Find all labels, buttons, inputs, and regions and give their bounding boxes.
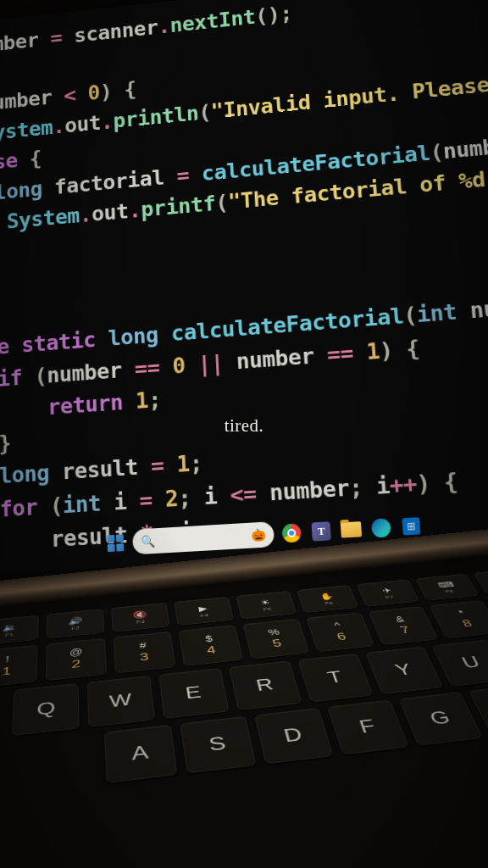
key-5[interactable]: %5: [243, 619, 310, 659]
key-7[interactable]: &7: [369, 606, 439, 645]
windows-icon: [107, 534, 124, 552]
laptop-screen: number = scanner.nextInt(); (number < 0)…: [0, 0, 488, 576]
chrome-icon: [282, 523, 302, 542]
key-6[interactable]: ^6: [306, 612, 374, 652]
key-e[interactable]: E: [158, 668, 229, 719]
taskbar-search[interactable]: 🔍 🎃: [132, 521, 274, 554]
teams-icon: T: [312, 521, 331, 541]
key-s[interactable]: S: [180, 716, 256, 774]
code-editor-content: number = scanner.nextInt(); (number < 0)…: [0, 0, 488, 560]
key-u[interactable]: U: [431, 639, 488, 686]
key-4[interactable]: $4: [179, 625, 243, 666]
key-f7[interactable]: ✈F7: [357, 579, 419, 606]
key-r[interactable]: R: [229, 660, 302, 710]
key-1[interactable]: !1: [0, 645, 38, 688]
key-f5[interactable]: ☀F5: [236, 591, 297, 620]
key-f3[interactable]: 🔇F3: [111, 603, 169, 632]
key-8[interactable]: *8: [430, 600, 488, 638]
key-d[interactable]: D: [254, 708, 334, 764]
key-y[interactable]: Y: [365, 647, 443, 694]
caption-overlay: tired.: [225, 415, 264, 437]
teams-app[interactable]: T: [308, 519, 334, 544]
key-g[interactable]: G: [398, 692, 483, 746]
explorer-app[interactable]: [338, 517, 363, 542]
key-2[interactable]: @2: [46, 638, 107, 681]
chrome-app[interactable]: [279, 520, 304, 546]
edge-app[interactable]: [369, 515, 394, 541]
edge-icon: [371, 518, 391, 537]
laptop-photo-scene: number = scanner.nextInt(); (number < 0)…: [0, 0, 488, 868]
key-f8[interactable]: ⌨F8: [415, 574, 479, 601]
key-f6[interactable]: ✋F6: [297, 585, 358, 613]
key-f1[interactable]: 🔉F1: [0, 615, 39, 645]
search-seasonal-icon: 🎃: [251, 527, 266, 542]
key-t[interactable]: T: [297, 654, 373, 703]
store-icon: ⊞: [402, 517, 420, 535]
key-f4[interactable]: ▶F4: [174, 597, 234, 626]
key-f2[interactable]: 🔊F2: [47, 609, 105, 638]
key-3[interactable]: #3: [113, 632, 175, 673]
start-menu-button[interactable]: [103, 531, 127, 555]
key-f[interactable]: F: [327, 699, 409, 754]
key-q[interactable]: Q: [11, 683, 79, 736]
laptop-keyboard: 🔉F1 🔊F2 🔇F3 ▶F4 ☀F5 ✋F6 ✈F7 ⌨F8 🔒F9 !1 @…: [0, 565, 488, 868]
folder-icon: [341, 521, 362, 538]
key-w[interactable]: W: [87, 676, 155, 727]
key-a[interactable]: A: [104, 725, 178, 783]
store-app[interactable]: ⊞: [398, 514, 424, 539]
search-icon: 🔍: [141, 534, 155, 549]
